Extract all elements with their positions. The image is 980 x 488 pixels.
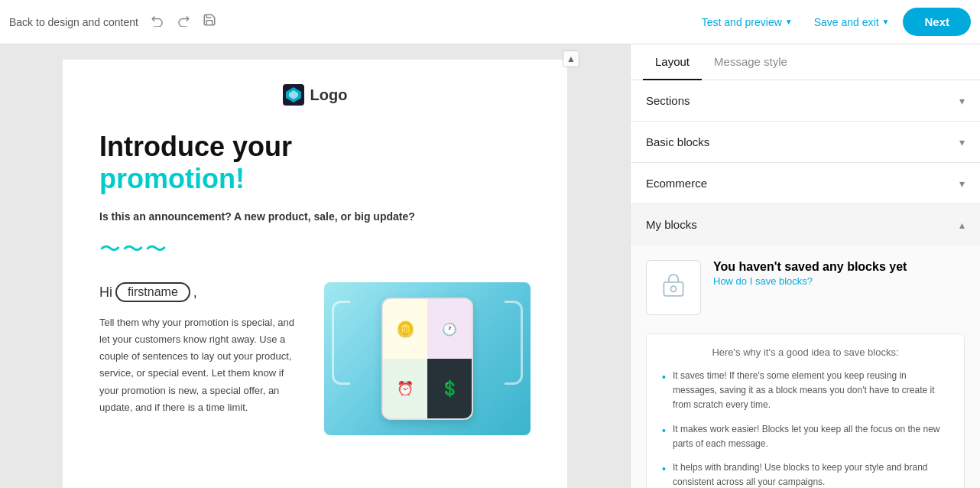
empty-blocks-area: You haven't saved any blocks yet How do …: [646, 260, 965, 315]
quad-top-right: 🕐: [427, 299, 472, 359]
phone-arm-left: [332, 301, 350, 385]
email-card: Logo Introduce your promotion! Is this a…: [63, 60, 567, 488]
phone-arm-right: [505, 301, 523, 385]
redo-button[interactable]: [174, 10, 193, 34]
email-greeting: Hi firstname ,: [99, 282, 306, 302]
list-item: It makes work easier! Blocks let you kee…: [662, 422, 949, 451]
how-to-save-link[interactable]: How do I save blocks?: [713, 275, 813, 287]
my-blocks-header[interactable]: My blocks ▴: [631, 204, 980, 245]
svg-rect-3: [664, 282, 683, 296]
email-headline: Introduce your: [99, 130, 531, 163]
coin-icon: 🪙: [396, 320, 415, 338]
topbar-left: Back to design and content: [9, 10, 219, 34]
back-link[interactable]: Back to design and content: [9, 16, 138, 28]
quad-bottom-right: 💲: [427, 359, 472, 418]
why-save-section: Here's why it's a good idea to save bloc…: [646, 333, 965, 488]
email-body-para: Tell them why your promotion is special,…: [99, 314, 306, 416]
chevron-down-icon: ▼: [785, 18, 793, 26]
sections-header[interactable]: Sections ▾: [631, 80, 980, 121]
basic-blocks-header[interactable]: Basic blocks ▾: [631, 122, 980, 162]
basic-blocks-chevron: ▾: [959, 136, 965, 148]
list-item: It saves time! If there's some element y…: [662, 369, 949, 413]
list-item: It helps with branding! Use blocks to ke…: [662, 460, 949, 488]
my-blocks-chevron: ▴: [959, 219, 965, 231]
tab-layout[interactable]: Layout: [643, 44, 702, 80]
firstname-pill: firstname: [115, 282, 190, 302]
email-headline-colored: promotion!: [99, 163, 531, 195]
panel-tabs: Layout Message style: [631, 44, 980, 80]
email-logo: Logo: [99, 84, 531, 106]
tab-message-style[interactable]: Message style: [702, 44, 800, 80]
chevron-down-icon-2: ▼: [882, 18, 890, 26]
wave-divider: 〜〜〜: [99, 235, 531, 264]
svg-point-4: [670, 286, 676, 291]
my-blocks-content: You haven't saved any blocks yet How do …: [631, 245, 980, 488]
undo-button[interactable]: [148, 10, 167, 34]
accordion-ecommerce: Ecommerce ▾: [631, 163, 980, 204]
test-preview-button[interactable]: Test and preview ▼: [694, 11, 800, 33]
save-exit-button[interactable]: Save and exit ▼: [806, 11, 897, 33]
phone-mockup: 🪙 🕐 ⏰ 💲: [381, 298, 473, 420]
topbar: Back to design and content: [0, 0, 980, 44]
undo-icon: [151, 13, 164, 27]
email-subtext: Is this an announcement? A new product, …: [99, 210, 531, 223]
why-save-list: It saves time! If there's some element y…: [662, 369, 949, 488]
main-layout: ▲ ▼ Logo Introduce your promotion! Is th…: [0, 44, 980, 488]
ecommerce-chevron: ▾: [959, 177, 965, 190]
topbar-icons: [148, 10, 219, 34]
quad-bottom-left: ⏰: [383, 359, 427, 418]
right-panel: Layout Message style Sections ▾ Basic bl…: [630, 44, 980, 488]
blocks-icon-box: [646, 260, 701, 315]
logo-icon: [283, 84, 304, 106]
quad-top-left: 🪙: [383, 299, 427, 359]
accordion-basic-blocks: Basic blocks ▾: [631, 122, 980, 163]
ecommerce-header[interactable]: Ecommerce ▾: [631, 163, 980, 203]
sections-chevron: ▾: [959, 95, 965, 107]
next-button[interactable]: Next: [903, 8, 971, 36]
save-blocks-icon: [660, 274, 687, 301]
phone-screen: 🪙 🕐 ⏰ 💲: [383, 299, 472, 418]
alarm-icon: ⏰: [397, 380, 414, 397]
scroll-up-button[interactable]: ▲: [563, 50, 579, 67]
save-draft-button[interactable]: [200, 10, 219, 34]
why-save-title: Here's why it's a good idea to save bloc…: [662, 346, 949, 358]
email-body-section: Hi firstname , Tell them why your promot…: [99, 282, 531, 435]
clock-icon: 🕐: [442, 322, 457, 337]
email-canvas: ▲ ▼ Logo Introduce your promotion! Is th…: [0, 44, 630, 488]
empty-blocks-info: You haven't saved any blocks yet How do …: [713, 260, 907, 288]
save-icon: [203, 13, 216, 27]
logo-text: Logo: [310, 86, 348, 104]
email-headline-block: Introduce your promotion!: [99, 130, 531, 195]
accordion-sections: Sections ▾: [631, 80, 980, 122]
dollar-icon: 💲: [440, 379, 459, 398]
email-image-area: 🪙 🕐 ⏰ 💲: [324, 282, 531, 435]
redo-icon: [177, 13, 190, 27]
accordion-my-blocks: My blocks ▴ You haven't saved a: [631, 204, 980, 488]
topbar-right: Test and preview ▼ Save and exit ▼ Next: [694, 8, 971, 36]
email-body-text: Hi firstname , Tell them why your promot…: [99, 282, 306, 416]
